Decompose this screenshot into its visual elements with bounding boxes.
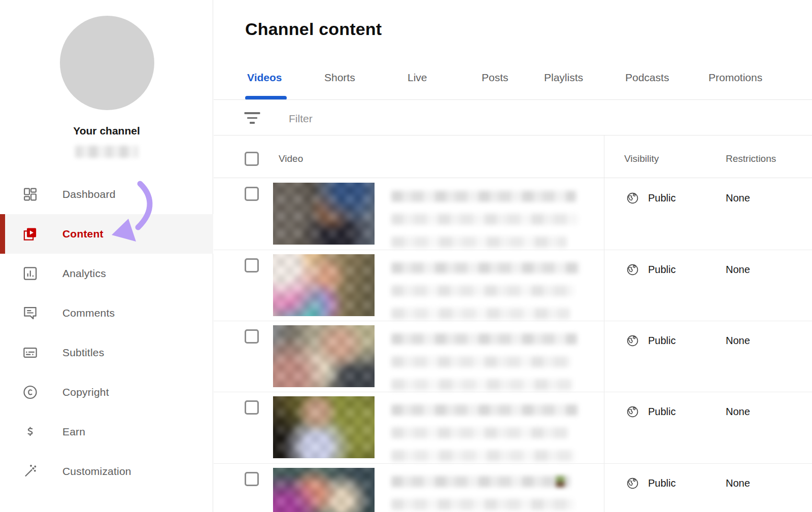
tab-podcasts[interactable]: Podcasts: [625, 72, 669, 84]
comments-icon: [22, 305, 38, 321]
your-channel-label: Your channel: [0, 125, 213, 137]
restrictions-value: None: [726, 192, 750, 204]
title-emoji-redacted: [556, 476, 565, 487]
video-library-icon: [22, 226, 38, 242]
video-title-redacted[interactable]: [391, 333, 577, 345]
video-title-redacted[interactable]: [391, 404, 578, 416]
row-checkbox[interactable]: [245, 187, 259, 201]
video-description-redacted: [391, 356, 571, 367]
restrictions-value: None: [726, 264, 750, 276]
main-content: Channel content Videos Shorts Live Posts…: [214, 0, 812, 512]
sidebar-menu: Dashboard Content Analytics Comment: [0, 175, 213, 491]
sidebar-item-comments[interactable]: Comments: [0, 293, 213, 333]
column-header-visibility: Visibility: [624, 153, 659, 164]
magic-wand-icon: [22, 464, 38, 480]
filter-input[interactable]: [288, 110, 554, 128]
row-checkbox[interactable]: [245, 400, 259, 415]
filter-icon[interactable]: [244, 112, 260, 124]
tab-shorts[interactable]: Shorts: [324, 72, 355, 84]
restrictions-value: None: [726, 335, 750, 347]
selected-indicator-bar: [0, 214, 5, 254]
restrictions-value: None: [726, 406, 750, 418]
video-thumbnail-redacted[interactable]: [273, 183, 375, 245]
sidebar-item-label: Customization: [62, 465, 131, 477]
row-checkbox[interactable]: [245, 472, 259, 486]
restrictions-value: None: [726, 477, 750, 489]
column-header-restrictions: Restrictions: [726, 153, 776, 164]
subtitles-icon: [22, 345, 38, 361]
tabs-divider: [214, 99, 812, 100]
channel-avatar[interactable]: [60, 16, 154, 110]
visibility-value[interactable]: Public: [648, 477, 675, 489]
sidebar-item-customization[interactable]: Customization: [0, 452, 213, 491]
video-title-redacted[interactable]: [391, 191, 576, 202]
sidebar-item-label: Subtitles: [62, 347, 104, 359]
globe-icon: [626, 191, 639, 205]
video-description-redacted: [391, 499, 574, 510]
sidebar-item-label: Dashboard: [62, 188, 116, 200]
tab-videos[interactable]: Videos: [247, 72, 282, 84]
video-thumbnail-redacted[interactable]: [273, 396, 375, 458]
globe-icon: [626, 334, 639, 348]
sidebar-item-label: Comments: [62, 307, 115, 319]
sidebar-item-label: Content: [62, 228, 104, 240]
video-description-redacted: [391, 285, 574, 296]
visibility-value[interactable]: Public: [648, 192, 675, 204]
sidebar-item-dashboard[interactable]: Dashboard: [0, 175, 213, 214]
video-thumbnail-redacted[interactable]: [273, 254, 375, 316]
sidebar-item-content[interactable]: Content: [0, 214, 213, 254]
table-row[interactable]: Public None: [214, 250, 812, 321]
tab-posts[interactable]: Posts: [482, 72, 509, 84]
visibility-value[interactable]: Public: [648, 406, 675, 418]
sidebar-item-label: Earn: [62, 426, 85, 438]
table-row[interactable]: Public None: [214, 392, 812, 464]
video-description-redacted: [391, 214, 578, 225]
row-checkbox[interactable]: [245, 329, 259, 344]
video-description-redacted: [391, 379, 573, 390]
video-description-redacted: [391, 427, 569, 438]
video-title-redacted[interactable]: [391, 262, 579, 274]
filter-divider: [214, 135, 812, 135]
sidebar-item-copyright[interactable]: Copyright: [0, 372, 213, 412]
sidebar-item-analytics[interactable]: Analytics: [0, 254, 213, 293]
visibility-value[interactable]: Public: [648, 264, 675, 276]
table-row[interactable]: Public None: [214, 321, 812, 392]
row-checkbox[interactable]: [245, 258, 259, 272]
table-row[interactable]: Public None: [214, 178, 812, 250]
table-row[interactable]: Public None: [214, 463, 812, 512]
sidebar-item-label: Analytics: [62, 267, 106, 280]
video-title-redacted[interactable]: [391, 476, 570, 487]
globe-icon: [626, 476, 639, 490]
analytics-icon: [22, 266, 38, 282]
channel-name-redacted: [75, 146, 138, 158]
globe-icon: [626, 405, 639, 419]
tab-live[interactable]: Live: [408, 72, 427, 84]
select-all-checkbox[interactable]: [245, 152, 259, 166]
copyright-icon: [22, 385, 38, 400]
sidebar-item-subtitles[interactable]: Subtitles: [0, 333, 213, 372]
visibility-value[interactable]: Public: [648, 335, 675, 347]
video-description-redacted: [391, 236, 567, 248]
video-thumbnail-redacted[interactable]: [273, 468, 375, 512]
tab-promotions[interactable]: Promotions: [708, 72, 762, 84]
dashboard-icon: [22, 187, 38, 202]
video-thumbnail-redacted[interactable]: [273, 325, 375, 387]
column-header-video: Video: [279, 153, 303, 164]
video-description-redacted: [391, 308, 570, 319]
globe-icon: [626, 263, 639, 277]
tab-playlists[interactable]: Playlists: [544, 72, 583, 84]
youtube-studio-channel-content-page: Your channel Dashboard Content: [0, 0, 812, 512]
dollar-icon: [22, 424, 38, 440]
sidebar-item-earn[interactable]: Earn: [0, 412, 213, 452]
page-title: Channel content: [245, 19, 382, 39]
sidebar-item-label: Copyright: [62, 386, 109, 398]
sidebar: Your channel Dashboard Content: [0, 0, 213, 512]
video-description-redacted: [391, 450, 575, 461]
